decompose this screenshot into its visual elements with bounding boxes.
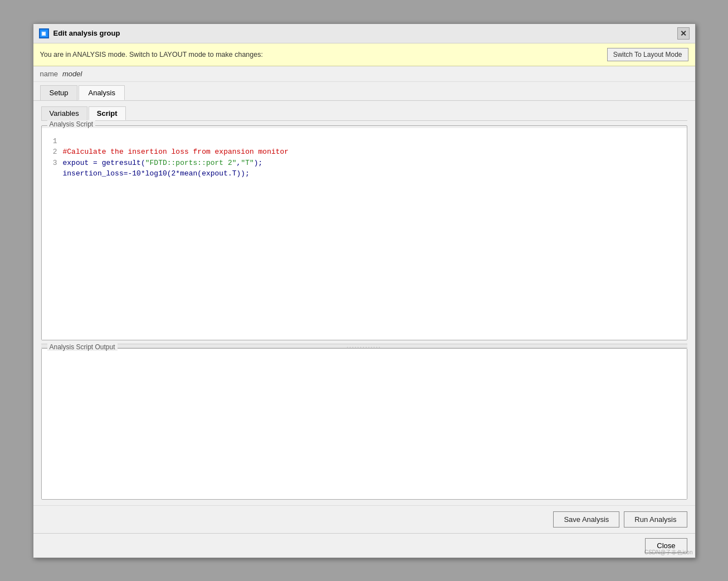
tab-analysis[interactable]: Analysis bbox=[79, 85, 124, 100]
tab-variables[interactable]: Variables bbox=[41, 106, 87, 120]
code-line-1: #Calculate the insertion loss from expan… bbox=[63, 148, 289, 156]
code-display[interactable]: #Calculate the insertion loss from expan… bbox=[63, 136, 682, 335]
dialog-icon: ▣ bbox=[39, 28, 49, 38]
title-bar-left: ▣ Edit analysis group bbox=[39, 28, 120, 38]
name-label: name bbox=[40, 70, 58, 78]
mode-banner-text: You are in ANALYSIS mode. Switch to LAYO… bbox=[40, 51, 263, 58]
outer-tab-bar: Setup Analysis bbox=[33, 82, 695, 101]
edit-analysis-dialog: ▣ Edit analysis group ✕ You are in ANALY… bbox=[33, 23, 696, 558]
dialog-title: Edit analysis group bbox=[53, 29, 120, 37]
footer-bar: Close bbox=[33, 533, 695, 558]
inner-tab-bar: Variables Script bbox=[41, 106, 687, 121]
save-analysis-button[interactable]: Save Analysis bbox=[553, 511, 619, 528]
tab-script[interactable]: Script bbox=[89, 106, 126, 120]
watermark: CSDN@子非色icon bbox=[642, 548, 695, 558]
main-content: Variables Script Analysis Script 1 2 3 #… bbox=[33, 101, 695, 505]
line-numbers: 1 2 3 bbox=[46, 136, 63, 335]
mode-banner: You are in ANALYSIS mode. Switch to LAYO… bbox=[33, 43, 695, 66]
script-editor-area[interactable]: 1 2 3 #Calculate the insertion loss from… bbox=[42, 128, 687, 340]
title-bar: ▣ Edit analysis group ✕ bbox=[33, 24, 695, 43]
code-line-2: expout = getresult("FDTD::ports::port 2"… bbox=[63, 159, 263, 167]
code-line-3: insertion_loss=-10*log10(2*mean(expout.T… bbox=[63, 169, 250, 178]
bottom-action-bar: Save Analysis Run Analysis bbox=[33, 505, 695, 533]
resize-handle[interactable]: ............. bbox=[41, 344, 687, 348]
name-value: model bbox=[62, 70, 82, 78]
close-icon[interactable]: ✕ bbox=[677, 27, 690, 40]
analysis-script-output-section: Analysis Script Output bbox=[41, 348, 687, 500]
analysis-script-section: Analysis Script 1 2 3 #Calculate the ins… bbox=[41, 125, 687, 340]
output-legend: Analysis Script Output bbox=[47, 343, 118, 351]
switch-layout-mode-button[interactable]: Switch To Layout Mode bbox=[607, 48, 688, 61]
run-analysis-button[interactable]: Run Analysis bbox=[624, 511, 687, 528]
tab-setup[interactable]: Setup bbox=[40, 85, 78, 100]
output-content-area bbox=[42, 349, 687, 499]
name-row: name model bbox=[33, 66, 695, 82]
analysis-script-legend: Analysis Script bbox=[47, 120, 96, 128]
